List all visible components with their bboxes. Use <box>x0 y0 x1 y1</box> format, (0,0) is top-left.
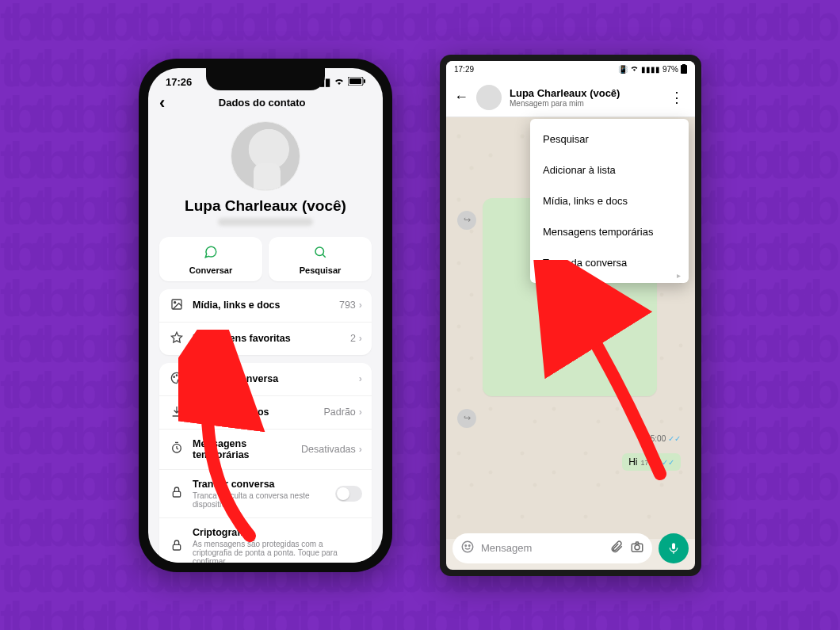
contact-avatar-section: Lupa Charleaux (você) <box>148 116 383 229</box>
chat-action-label: Conversar <box>189 265 232 275</box>
lock-chat-toggle[interactable] <box>335 486 362 502</box>
page-title: Dados do contato <box>152 97 372 109</box>
svg-point-8 <box>174 376 174 377</box>
svg-marker-7 <box>171 332 181 342</box>
svg-rect-12 <box>173 491 180 497</box>
message-text: Hi <box>628 456 637 468</box>
svg-point-10 <box>179 376 180 377</box>
svg-point-3 <box>315 247 324 256</box>
row-value: 793 <box>339 300 356 311</box>
android-screen: 17:29 📳 ▮▮▮▮ 97% ← Lupa Charle <box>446 61 695 570</box>
mic-button[interactable] <box>659 533 689 563</box>
row-label: Mensagens temporárias <box>193 438 301 460</box>
android-status-time: 17:29 <box>454 65 474 74</box>
attach-icon[interactable] <box>609 540 624 556</box>
image-icon <box>169 298 185 313</box>
read-ticks-icon: ✓✓ <box>662 458 674 467</box>
android-chat-header: ← Lupa Charleaux (você) Mensagem para mi… <box>446 78 695 117</box>
menu-item-chat-theme[interactable]: Tema da conversa <box>530 247 689 278</box>
row-starred-messages[interactable]: Mensagens favoritas 2 › <box>159 322 372 355</box>
header-titles[interactable]: Lupa Charleaux (você) Mensagem para mim <box>510 87 659 108</box>
forward-icon[interactable]: ↪ <box>457 409 476 428</box>
forward-icon[interactable]: ↪ <box>457 211 476 230</box>
iphone-screen: 17:26 ▮▮▮▮ ‹ Dados do contato Lupa Char <box>148 68 383 563</box>
svg-line-4 <box>323 254 326 258</box>
svg-rect-2 <box>349 78 361 84</box>
row-value: Padrão <box>324 407 356 418</box>
message-timestamp: 17:26 <box>640 459 659 467</box>
emoji-icon[interactable] <box>460 540 475 557</box>
search-action-button[interactable]: Pesquisar <box>269 237 372 281</box>
row-label: Trancar conversa Tranca e oculta a conve… <box>193 479 335 509</box>
row-value: Desativadas <box>301 444 356 455</box>
row-label: Tema da conversa <box>193 373 359 384</box>
message-timestamp: 15:00 ✓✓ <box>646 434 681 443</box>
chevron-right-icon: › <box>359 373 362 384</box>
battery-icon <box>681 64 687 75</box>
svg-point-18 <box>469 544 471 546</box>
row-label: Criptografia As mensagens são protegidas… <box>193 527 362 563</box>
chat-action-button[interactable]: Conversar <box>159 237 262 281</box>
signal-icon: ▮▮▮▮ <box>641 65 660 74</box>
header-subtitle: Mensagem para mim <box>510 99 659 108</box>
ios-header: ‹ Dados do contato <box>148 88 383 116</box>
message-input-field[interactable]: Mensagem <box>452 533 652 563</box>
svg-rect-1 <box>364 79 365 83</box>
android-device-frame: 17:29 📳 ▮▮▮▮ 97% ← Lupa Charle <box>440 55 701 576</box>
android-status-bar: 17:29 📳 ▮▮▮▮ 97% <box>446 61 695 78</box>
camera-icon[interactable] <box>630 540 644 556</box>
svg-point-17 <box>465 544 467 546</box>
row-sublabel: As mensagens são protegidas com a cripto… <box>193 540 362 563</box>
svg-point-9 <box>176 375 177 376</box>
row-save-photos[interactable]: Salvar em Fotos Padrão › <box>159 395 372 429</box>
chat-body[interactable]: ↪ ↪ 15:00 ✓✓ Hi 17:26 ✓✓ Pesquisar Adici… <box>446 117 695 539</box>
row-sublabel: Tranca e oculta a conversa neste disposi… <box>193 491 335 509</box>
row-media-links-docs[interactable]: Mídia, links e docs 793 › <box>159 289 372 322</box>
row-disappearing-messages[interactable]: Mensagens temporárias Desativadas › <box>159 429 372 469</box>
svg-rect-13 <box>173 544 180 550</box>
svg-rect-14 <box>681 65 687 74</box>
download-icon <box>169 405 185 420</box>
row-label: Mensagens favoritas <box>193 333 350 344</box>
wifi-icon <box>334 76 345 88</box>
shield-lock-icon <box>169 539 185 554</box>
menu-item-disappearing-messages[interactable]: Mensagens temporárias <box>530 216 689 247</box>
row-label: Mídia, links e docs <box>193 300 339 311</box>
message-input-placeholder: Mensagem <box>481 542 603 554</box>
chevron-right-icon: › <box>359 300 362 311</box>
battery-icon <box>348 76 365 88</box>
chevron-right-icon: › <box>359 444 362 455</box>
wifi-icon <box>630 65 639 74</box>
timer-icon <box>169 441 185 456</box>
contact-name: Lupa Charleaux (você) <box>185 197 346 215</box>
iphone-notch <box>206 68 325 90</box>
menu-item-add-to-list[interactable]: Adicionar à lista <box>530 155 689 185</box>
palette-icon <box>169 372 185 387</box>
more-options-button[interactable]: ⋮ <box>666 89 687 106</box>
menu-item-media-links-docs[interactable]: Mídia, links e docs <box>530 185 689 216</box>
row-lock-chat[interactable]: Trancar conversa Tranca e oculta a conve… <box>159 469 372 517</box>
row-encryption[interactable]: Criptografia As mensagens são protegidas… <box>159 517 372 563</box>
chevron-right-icon: › <box>359 407 362 418</box>
svg-rect-15 <box>682 64 685 66</box>
menu-more-indicator: ▸ <box>677 271 681 280</box>
svg-point-16 <box>462 541 473 552</box>
message-bubble-hi[interactable]: Hi 17:26 ✓✓ <box>622 453 681 471</box>
search-icon <box>313 245 327 262</box>
list-group-settings: Tema da conversa › Salvar em Fotos Padrã… <box>159 363 372 563</box>
contact-avatar[interactable] <box>231 121 300 191</box>
svg-point-20 <box>635 545 640 550</box>
menu-item-search[interactable]: Pesquisar <box>530 124 689 155</box>
star-icon <box>169 331 185 346</box>
overflow-menu: Pesquisar Adicionar à lista Mídia, links… <box>530 119 689 283</box>
back-button[interactable]: ← <box>454 89 468 105</box>
row-label: Salvar em Fotos <box>193 407 324 418</box>
svg-point-6 <box>174 301 176 303</box>
list-group-media: Mídia, links e docs 793 › Mensagens favo… <box>159 289 372 355</box>
row-value: 2 <box>350 333 356 344</box>
header-avatar[interactable] <box>476 85 502 110</box>
row-chat-theme[interactable]: Tema da conversa › <box>159 363 372 395</box>
ios-status-time: 17:26 <box>166 76 192 88</box>
chevron-right-icon: › <box>359 333 362 344</box>
search-action-label: Pesquisar <box>300 265 342 275</box>
